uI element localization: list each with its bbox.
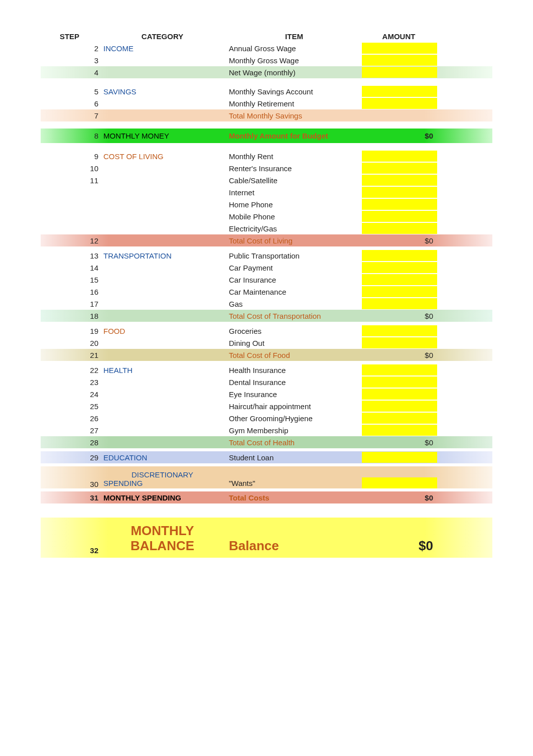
step-number: 22 xyxy=(41,366,101,374)
table-row: Mobile Phone xyxy=(41,210,492,222)
amount-input[interactable] xyxy=(362,452,437,463)
category-label xyxy=(101,215,226,217)
table-row-monthly-spending: 31 MONTHLY SPENDING Total Costs $0 xyxy=(41,491,492,503)
category-label xyxy=(101,315,226,317)
category-label: FOOD xyxy=(101,326,226,336)
table-row: 26 Other Grooming/Hygiene xyxy=(41,412,492,424)
item-label: Monthly Rent xyxy=(226,151,362,162)
amount-input[interactable] xyxy=(362,211,437,222)
item-label: Haircut/hair appointment xyxy=(226,401,362,412)
item-label: Total Cost of Living xyxy=(226,235,362,246)
amount-input[interactable] xyxy=(362,163,437,174)
category-label xyxy=(101,239,226,241)
item-label: Total Costs xyxy=(226,492,362,503)
step-number: 9 xyxy=(41,152,101,161)
table-row: 14 Car Payment xyxy=(41,262,492,274)
step-number: 5 xyxy=(41,87,101,96)
table-row-total: 12 Total Cost of Living $0 xyxy=(41,234,492,246)
amount-input[interactable] xyxy=(362,67,437,78)
item-label: Monthly Gross Wage xyxy=(226,55,362,66)
table-row: 13 TRANSPORTATION Public Transportation xyxy=(41,249,492,262)
item-label: Monthly Amount for Budget xyxy=(226,129,362,143)
amount-input[interactable] xyxy=(362,199,437,210)
item-label: Monthly Savings Account xyxy=(226,86,362,97)
amount-input[interactable] xyxy=(362,262,437,273)
item-label: Total Monthly Savings xyxy=(226,110,362,121)
amount-input[interactable] xyxy=(362,389,437,400)
amount-value: $0 xyxy=(362,492,437,503)
step-number: 14 xyxy=(41,264,101,272)
step-number: 11 xyxy=(41,176,101,185)
step-number: 6 xyxy=(41,99,101,108)
header-category: CATEGORY xyxy=(101,31,226,42)
category-label xyxy=(101,381,226,383)
item-label: Renter's Insurance xyxy=(226,163,362,174)
item-label: Student Loan xyxy=(226,452,362,463)
category-label xyxy=(101,405,226,407)
table-row: 29 EDUCATION Student Loan xyxy=(41,451,492,463)
step-number: 21 xyxy=(41,351,101,359)
category-label xyxy=(101,203,226,205)
amount-input[interactable] xyxy=(362,376,437,388)
step-number: 18 xyxy=(41,312,101,320)
step-number: 12 xyxy=(41,236,101,245)
amount-input[interactable] xyxy=(362,43,437,54)
amount-input[interactable] xyxy=(362,187,437,198)
category-label-line1: DISCRETIONARY xyxy=(103,470,221,479)
amount-value: $0 xyxy=(362,129,437,143)
table-row: 22 HEALTH Health Insurance xyxy=(41,364,492,376)
amount-input[interactable] xyxy=(362,55,437,66)
category-label xyxy=(101,441,226,443)
category-label xyxy=(101,191,226,193)
amount-input[interactable] xyxy=(362,425,437,436)
table-row: 19 FOOD Groceries xyxy=(41,325,492,337)
category-label: MONTHLY MONEY xyxy=(101,129,226,143)
header-step: STEP xyxy=(41,32,101,41)
table-row: 6 Monthly Retirement xyxy=(41,97,492,109)
category-label xyxy=(101,342,226,344)
amount-input[interactable] xyxy=(362,86,437,97)
amount-input[interactable] xyxy=(362,477,437,488)
amount-input[interactable] xyxy=(362,223,437,234)
amount-input[interactable] xyxy=(362,413,437,424)
amount-input[interactable] xyxy=(362,98,437,109)
step-number: 23 xyxy=(41,378,101,387)
amount-input[interactable] xyxy=(362,298,437,309)
category-label xyxy=(101,59,226,61)
amount-value: $0 xyxy=(362,235,437,246)
step-number: 17 xyxy=(41,300,101,308)
category-label xyxy=(101,267,226,269)
category-label xyxy=(101,71,226,73)
category-label xyxy=(101,417,226,419)
table-row-monthly-balance: 32 MONTHLY BALANCE Balance $0 xyxy=(41,518,492,558)
amount-input[interactable] xyxy=(362,151,437,162)
amount-input[interactable] xyxy=(362,337,437,348)
amount-input[interactable] xyxy=(362,250,437,261)
category-label: MONTHLY SPENDING xyxy=(101,492,226,503)
amount-input[interactable] xyxy=(362,364,437,375)
amount-value: $0 xyxy=(362,311,437,321)
table-row: 23 Dental Insurance xyxy=(41,376,492,388)
table-row: Internet xyxy=(41,186,492,198)
item-label: Total Cost of Food xyxy=(226,350,362,360)
amount-input[interactable] xyxy=(362,325,437,336)
item-label: Dining Out xyxy=(226,338,362,348)
step-number: 28 xyxy=(41,438,101,447)
table-row: 30 DISCRETIONARY SPENDING "Wants" xyxy=(41,466,492,488)
category-label xyxy=(101,354,226,356)
step-number: 32 xyxy=(41,546,101,555)
table-header-row: STEP CATEGORY ITEM AMOUNT xyxy=(41,30,492,42)
category-label xyxy=(101,167,226,169)
amount-input[interactable] xyxy=(362,286,437,297)
item-label: Car Insurance xyxy=(226,275,362,285)
amount-input[interactable] xyxy=(362,274,437,285)
item-label: Groceries xyxy=(226,326,362,336)
amount-value xyxy=(362,114,437,116)
category-label: MONTHLY BALANCE xyxy=(101,523,226,555)
amount-input[interactable] xyxy=(362,175,437,186)
table-row: 5 SAVINGS Monthly Savings Account xyxy=(41,85,492,97)
amount-input[interactable] xyxy=(362,401,437,412)
item-label: Dental Insurance xyxy=(226,377,362,388)
table-row: 2 INCOME Annual Gross Wage xyxy=(41,42,492,54)
category-label xyxy=(101,303,226,305)
